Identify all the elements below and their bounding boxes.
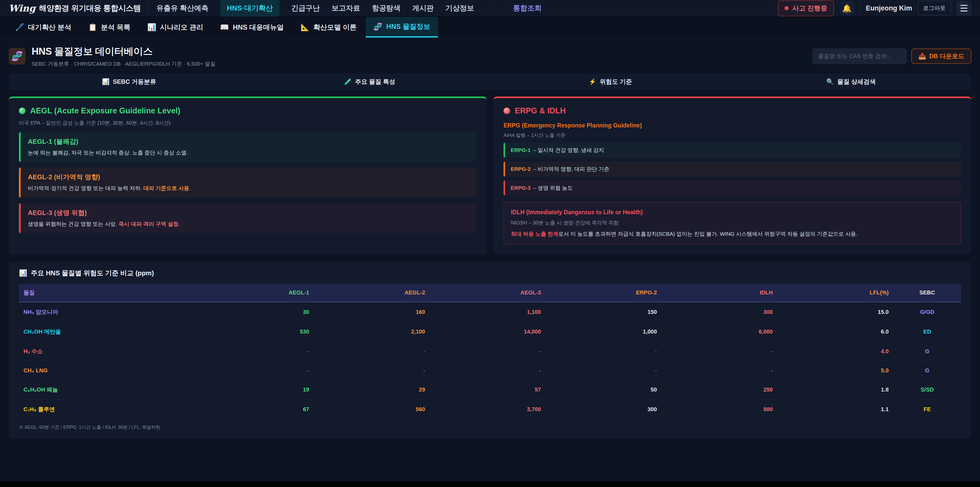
sub-nav-tab-icon: 📖 xyxy=(220,23,229,31)
section-tab-label: 물질 상세검색 xyxy=(837,78,876,86)
hamburger-menu-button[interactable] xyxy=(956,1,971,16)
section-tab-2[interactable]: ⚡위험도 기준 xyxy=(490,73,731,90)
main-nav-item-2[interactable]: 긴급구난 xyxy=(291,3,320,13)
sub-navbar: 🖊️대기확산 분석📋분석 목록📊시나리오 관리📖HNS 대응매뉴얼📐확산모델 이… xyxy=(0,17,980,38)
section-tab-0[interactable]: 📊SEBC 거동분류 xyxy=(9,73,249,90)
logout-button[interactable]: 로그아웃 xyxy=(918,1,951,15)
column-header: AEGL-2 xyxy=(314,284,430,302)
aegl-panel-subtitle: 미국 EPA – 일반인 급성 노출 기준 (10분, 30분, 60분, 4시… xyxy=(19,120,476,126)
hns-risk-table: 물질AEGL-1AEGL-2AEGL-3ERPG-2IDLHLFL(%)SEBC… xyxy=(19,284,961,419)
sub-nav-tab-4[interactable]: 📐확산모델 이론 xyxy=(293,17,364,38)
substance-search-input[interactable] xyxy=(812,48,907,64)
sub-nav-tab-icon: 📋 xyxy=(88,23,97,31)
sub-nav-tab-icon: 📊 xyxy=(147,23,156,31)
erpg-3-desc: – 생명 위협 농도 xyxy=(533,185,573,191)
value-cell: - xyxy=(662,342,777,361)
value-cell: 160 xyxy=(314,302,430,322)
table-row: H₂ 수소-----4.0G xyxy=(19,342,961,361)
sub-nav-tab-1[interactable]: 📋분석 목록 xyxy=(80,17,138,38)
column-header: AEGL-3 xyxy=(430,284,546,302)
substance-name-cell: C₆H₅OH 페놀 xyxy=(19,380,198,400)
value-cell: 67 xyxy=(198,400,313,419)
main-nav-item-4[interactable]: 항공탐색 xyxy=(372,3,401,13)
table-header-row: 물질AEGL-1AEGL-2AEGL-3ERPG-2IDLHLFL(%)SEBC xyxy=(19,284,961,302)
sub-nav-tab-3[interactable]: 📖HNS 대응매뉴얼 xyxy=(212,17,291,38)
value-cell: - xyxy=(430,361,546,380)
aegl-3-title: AEGL-3 (생명 위협) xyxy=(28,208,469,217)
column-header: ERPG-2 xyxy=(546,284,662,302)
main-nav-item-3[interactable]: 보고자료 xyxy=(331,3,360,13)
green-circle-icon xyxy=(19,107,25,114)
sub-nav-tab-5[interactable]: 🧬HNS 물질정보 xyxy=(366,17,438,38)
value-cell: G xyxy=(893,361,961,380)
value-cell: FE xyxy=(893,400,961,419)
erpg-section-title: ERPG (Emergency Response Planning Guidel… xyxy=(504,122,961,129)
column-header: AEGL-1 xyxy=(198,284,313,302)
notifications-button[interactable]: 🔔 xyxy=(840,1,854,16)
column-header: SEBC xyxy=(893,284,961,302)
substance-name-cell: CH₃OH 메탄올 xyxy=(19,322,198,342)
value-cell: 560 xyxy=(314,400,430,419)
value-cell: 1.1 xyxy=(777,400,893,419)
substance-name-cell: C₇H₈ 톨루엔 xyxy=(19,400,198,419)
incident-dot-icon xyxy=(784,6,789,10)
substance-name-cell: CH₄ LNG xyxy=(19,361,198,380)
table-row: CH₃OH 메탄올5302,10014,0001,0006,0006.0ED xyxy=(19,322,961,342)
page-subtitle: SEBC 거동분류 · CHRIS/CAMEO DB · AEGL/ERPG/I… xyxy=(32,60,216,67)
section-tab-label: SEBC 거동분류 xyxy=(113,78,156,86)
db-download-label: DB 다운로드 xyxy=(929,52,964,60)
value-cell: - xyxy=(314,342,430,361)
wing-logo-icon: Wing xyxy=(9,3,35,14)
value-cell: G/GD xyxy=(893,302,961,322)
value-cell: 30 xyxy=(198,302,313,322)
section-tab-icon: 📊 xyxy=(102,78,110,85)
user-name: Eunjeong Kim xyxy=(866,4,912,12)
idlh-card: IDLH (Immediately Dangerous to Life or H… xyxy=(504,202,961,245)
value-cell: 300 xyxy=(662,302,777,322)
main-nav-item-6[interactable]: 기상정보 xyxy=(445,3,474,13)
sub-nav-tab-2[interactable]: 📊시나리오 관리 xyxy=(140,17,211,38)
db-download-button[interactable]: 📥 DB 다운로드 xyxy=(912,48,971,64)
table-row: C₆H₅OH 페놀192957502501.8S/SD xyxy=(19,380,961,400)
table-row: NH₃ 암모니아301601,10015030015.0G/GD xyxy=(19,302,961,322)
download-icon: 📥 xyxy=(918,53,926,60)
table-row: C₇H₈ 톨루엔675603,7003005001.1FE xyxy=(19,400,961,419)
value-cell: - xyxy=(198,361,313,380)
main-nav-item-7[interactable]: 통합조회 xyxy=(513,3,542,13)
substance-name-cell: H₂ 수소 xyxy=(19,342,198,361)
incident-status-badge[interactable]: 사고 진행중 xyxy=(778,0,834,16)
main-nav-item-5[interactable]: 게시판 xyxy=(412,3,434,13)
value-cell: 150 xyxy=(546,302,662,322)
section-tab-label: 주요 물질 특성 xyxy=(355,78,395,86)
erpg-2-row: ERPG-2– 비가역적 영향, 대피 판단 기준 xyxy=(504,162,961,176)
main-nav-item-0[interactable]: 유출유 확산예측 xyxy=(156,3,208,13)
value-cell: 50 xyxy=(546,380,662,400)
value-cell: 2,100 xyxy=(314,322,430,342)
value-cell: - xyxy=(546,361,662,380)
divider xyxy=(148,4,149,13)
section-tab-1[interactable]: 🧪주요 물질 특성 xyxy=(249,73,490,90)
section-tab-label: 위험도 기준 xyxy=(600,78,632,86)
value-cell: 1,100 xyxy=(430,302,546,322)
top-navbar: Wing 해양환경 위기대응 통합시스템 유출유 확산예측HNS·대기확산긴급구… xyxy=(0,0,980,17)
erpg-1-desc: – 일시적 건강 영향, 냄새 감지 xyxy=(533,147,604,153)
value-cell: - xyxy=(430,342,546,361)
main-nav: 유출유 확산예측HNS·대기확산긴급구난보고자료항공탐색게시판기상정보통합조회 xyxy=(156,0,542,17)
main-nav-item-1[interactable]: HNS·대기확산 xyxy=(220,0,280,17)
idlh-subtitle: NIOSH – 30분 노출 시 생명·건강에 즉각적 위험 xyxy=(511,219,954,226)
bottom-edge-bar xyxy=(0,481,980,487)
dna-icon: 🧬 xyxy=(9,48,25,65)
app-title: 해양환경 위기대응 통합시스템 xyxy=(39,3,141,14)
value-cell: 29 xyxy=(314,380,430,400)
table-title: 주요 HNS 물질별 위험도 기준 비교 (ppm) xyxy=(30,269,154,278)
sub-nav-tab-label: HNS 대응매뉴얼 xyxy=(233,23,284,32)
value-cell: - xyxy=(314,361,430,380)
aegl-1-title: AEGL-1 (불쾌감) xyxy=(28,137,469,146)
erpg-2-desc: – 비가역적 영향, 대피 판단 기준 xyxy=(533,166,609,172)
section-tab-3[interactable]: 🔍물질 상세검색 xyxy=(731,73,971,90)
value-cell: 4.0 xyxy=(777,342,893,361)
sub-nav-tab-0[interactable]: 🖊️대기확산 분석 xyxy=(8,17,79,38)
value-cell: 1.8 xyxy=(777,380,893,400)
page-title: HNS 물질정보 데이터베이스 xyxy=(32,45,216,58)
substance-name-cell: NH₃ 암모니아 xyxy=(19,302,198,322)
